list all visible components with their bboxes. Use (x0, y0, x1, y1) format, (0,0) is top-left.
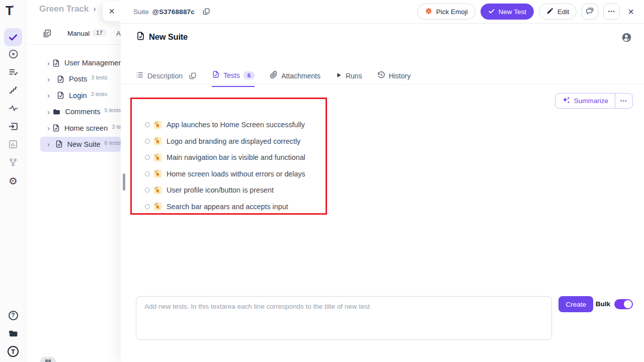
tree-item-new-suite[interactable]: › New Suite 6 tests (26, 137, 121, 152)
test-status-circle-icon[interactable] (145, 155, 150, 160)
tab-description[interactable]: Description (136, 70, 197, 87)
check-icon (8, 32, 18, 42)
rail-item-account[interactable]: T (4, 342, 22, 360)
test-emoji-icon (153, 202, 162, 211)
drawer-close-button[interactable]: × (103, 1, 121, 21)
pick-emoji-button[interactable]: Pick Emoji (417, 4, 475, 20)
test-status-circle-icon[interactable] (145, 122, 150, 127)
icon-rail: T' ⚙ ? (0, 0, 26, 362)
help-icon: ? (9, 311, 18, 320)
drawer-resize-handle[interactable] (123, 173, 125, 191)
entity-type-label: Suite (133, 8, 149, 16)
test-status-circle-icon[interactable] (145, 171, 150, 176)
folder-icon (8, 328, 19, 339)
copy-description-icon[interactable] (189, 72, 197, 80)
test-status-circle-icon[interactable] (145, 139, 150, 144)
test-status-circle-icon[interactable] (145, 204, 150, 209)
summarize-more-button[interactable]: ••• (615, 94, 632, 108)
rail-item-runs[interactable] (4, 45, 22, 63)
edit-button[interactable]: Edit (539, 4, 577, 20)
chat-bubbles-icon (586, 7, 594, 17)
comments-button[interactable] (582, 4, 598, 20)
chevron-expand-icon[interactable]: › (47, 91, 54, 100)
chevron-expand-icon[interactable]: › (47, 59, 50, 67)
test-emoji-icon (153, 137, 162, 145)
copy-id-icon[interactable] (202, 8, 210, 16)
copy-check-icon[interactable] (42, 29, 52, 40)
bar-chart-icon (8, 139, 18, 149)
bulk-toggle[interactable] (614, 299, 633, 309)
new-tests-textarea[interactable] (136, 296, 552, 340)
suite-title: New Suite (149, 32, 188, 42)
suite-doc-icon (55, 140, 63, 148)
suite-doc-icon (56, 75, 65, 83)
git-branch-icon (8, 157, 18, 167)
play-icon (336, 72, 342, 80)
close-panel-icon[interactable]: × (628, 7, 634, 17)
rail-item-import[interactable] (4, 117, 22, 135)
chevron-expand-icon[interactable]: › (47, 75, 54, 83)
chevron-expand-icon[interactable]: › (47, 108, 50, 116)
test-row[interactable]: Logo and branding are displayed correctl… (145, 133, 305, 150)
paperclip-icon (270, 71, 278, 80)
rail-item-analytics[interactable] (4, 99, 22, 117)
tree-item-home-screen[interactable]: › Home screen 3 tests (26, 121, 121, 136)
test-row[interactable]: Home screen loads without errors or dela… (145, 166, 305, 183)
tree-tabs: Manual 17 Automated (26, 28, 121, 45)
rail-item-steps[interactable] (4, 81, 22, 99)
suite-detail-panel: × Suite @S3768887c Pick Emoji New Test (121, 0, 644, 362)
project-name: Green Track (39, 4, 89, 14)
test-row[interactable]: App launches to Home Screen successfully (145, 117, 305, 133)
rail-item-projects[interactable] (4, 324, 22, 342)
tree-item-posts[interactable]: › Posts 3 tests (26, 71, 121, 86)
tab-attachments[interactable]: Attachments (270, 70, 320, 87)
bulk-label: Bulk (596, 300, 610, 308)
summarize-split-button: Summarize ••• (555, 93, 633, 109)
rail-item-settings[interactable]: ⚙ (4, 172, 22, 190)
rail-item-tests[interactable] (4, 28, 22, 46)
suite-doc-icon (56, 91, 65, 100)
test-row[interactable]: Main navigation bar is visible and funct… (145, 149, 305, 166)
tree-item-user-management[interactable]: › User Management (26, 55, 121, 70)
rail-item-reports[interactable] (4, 135, 22, 153)
tests-list: App launches to Home Screen successfully… (145, 117, 305, 215)
list-check-icon (8, 67, 19, 77)
test-row[interactable]: Search bar appears and accepts input (145, 199, 305, 215)
suites-tree-panel: Green Track › Manual 17 Automated › User… (26, 0, 121, 362)
pencil-icon (546, 7, 554, 16)
tree-item-login[interactable]: › Login 3 tests (26, 88, 121, 103)
chevron-right-icon: › (93, 5, 96, 14)
tab-history[interactable]: History (377, 70, 411, 87)
watcher-avatar-icon[interactable] (621, 32, 632, 45)
test-emoji-icon (153, 186, 162, 195)
more-actions-button[interactable]: ••• (603, 4, 620, 20)
tab-manual[interactable]: Manual (67, 30, 90, 37)
test-status-circle-icon[interactable] (145, 188, 150, 193)
play-circle-icon (8, 49, 19, 59)
rail-item-branches[interactable] (4, 153, 22, 171)
suite-id: @S3768887c (152, 8, 195, 16)
new-test-button[interactable]: New Test (480, 4, 534, 20)
rail-item-test-plans[interactable] (4, 63, 22, 81)
rail-item-help[interactable]: ? (4, 306, 22, 324)
suite-tree: › User Management › Posts 3 tests › Logi… (26, 55, 121, 153)
tree-item-comments[interactable]: › Comments 5 tests (26, 104, 121, 119)
project-breadcrumb[interactable]: Green Track › (39, 4, 96, 14)
tests-count-badge: 6 (244, 71, 255, 79)
test-row[interactable]: User profile icon/button is present (145, 182, 305, 199)
stairs-icon (8, 85, 18, 95)
pulse-icon (8, 103, 19, 114)
app-logo[interactable]: T' (6, 3, 22, 18)
tests-doc-icon (212, 70, 220, 80)
app-window: T' ⚙ ? (0, 0, 644, 362)
import-box-icon (8, 121, 19, 132)
tab-runs[interactable]: Runs (336, 70, 362, 87)
chevron-expand-icon[interactable]: › (47, 140, 53, 148)
chevron-expand-icon[interactable]: › (47, 124, 50, 132)
summarize-button[interactable]: Summarize (555, 94, 615, 108)
tab-tests[interactable]: Tests 6 (212, 70, 255, 87)
folder-icon (52, 108, 61, 116)
suite-heading: New Suite (136, 31, 188, 43)
detail-tabs: Description Tests 6 Attachments Runs His… (136, 70, 411, 87)
create-button[interactable]: Create (558, 296, 593, 312)
